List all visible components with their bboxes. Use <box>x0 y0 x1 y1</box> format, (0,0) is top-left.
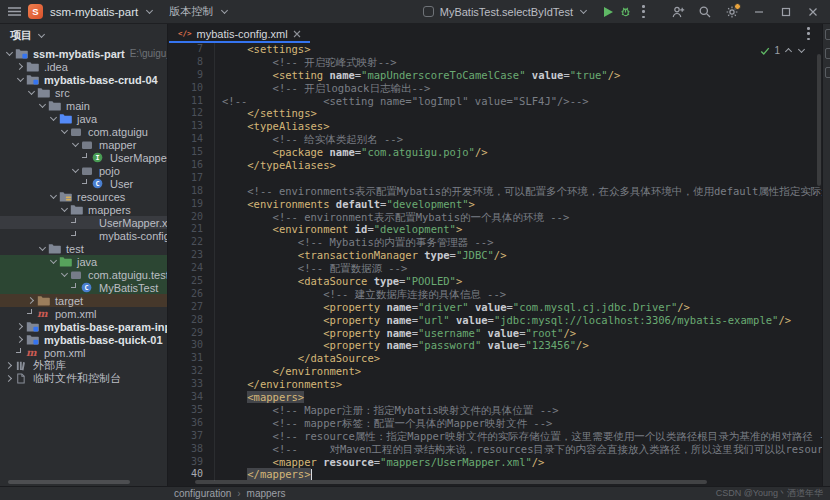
chevron-down-icon[interactable] <box>16 75 25 84</box>
tree-item-mybatis-base-quick-01[interactable]: mybatis-base-quick-01 <box>0 333 167 346</box>
chevron-down-icon[interactable] <box>38 244 47 253</box>
line-number[interactable]: 26 <box>169 288 215 301</box>
chevron-down-icon[interactable] <box>797 46 806 55</box>
tree-item-pojo[interactable]: pojo <box>0 164 167 177</box>
chevron-down-icon[interactable] <box>71 140 80 149</box>
chevron-right-icon[interactable] <box>16 322 25 331</box>
tab-mybatis-config[interactable]: </> mybatis-config.xml <box>169 24 310 43</box>
chevron-down-icon[interactable] <box>49 257 58 266</box>
chevron-down-icon[interactable] <box>49 192 58 201</box>
tree-item-com-atguigu[interactable]: com.atguigu <box>0 125 167 138</box>
code-editor[interactable]: 7 <settings>8 <!-- 开启驼峰式映射-->9 <setting … <box>169 43 822 486</box>
code-line-33[interactable]: 33 </environments> <box>169 378 822 391</box>
line-number[interactable]: 10 <box>169 82 215 95</box>
code-line-38[interactable]: 38 <!-- 对Maven工程的目录结构来说，resources目录下的内容会… <box>169 443 822 456</box>
chevron-down-icon[interactable] <box>37 31 46 40</box>
code-line-34[interactable]: 34 <mappers> <box>169 391 822 404</box>
line-number[interactable]: 8 <box>169 56 215 69</box>
chevron-right-icon[interactable] <box>5 374 14 383</box>
code-line-14[interactable]: 14 <!-- 给实体类起别名 --> <box>169 133 822 146</box>
chevron-down-icon[interactable] <box>49 114 58 123</box>
code-line-7[interactable]: 7 <settings> <box>169 43 822 56</box>
project-name-widget[interactable]: ssm-mybatis-part <box>50 6 138 18</box>
tree-item-resources[interactable]: resources <box>0 190 167 203</box>
chevron-right-icon[interactable] <box>27 296 36 305</box>
run-configuration-selector[interactable]: MyBatisTest.selectByIdTest <box>440 6 573 18</box>
line-number[interactable]: 32 <box>169 365 215 378</box>
code-line-13[interactable]: 13 <typeAliases> <box>169 120 822 133</box>
breadcrumb-item-configuration[interactable]: configuration <box>174 488 231 499</box>
tree-item-usermapper-xml[interactable]: UserMapper.xml <box>0 216 167 229</box>
chevron-down-icon[interactable] <box>71 166 80 175</box>
tree-item-ssm-mybatis-part[interactable]: ssm-mybatis-partE:\guigu_code\ssm-m <box>0 47 167 60</box>
chevron-down-icon[interactable] <box>60 205 69 214</box>
code-line-21[interactable]: 21 <environment id="development"> <box>169 223 822 236</box>
line-number[interactable]: 31 <box>169 352 215 365</box>
vcs-widget[interactable]: 版本控制 <box>169 4 213 19</box>
chevron-down-icon[interactable] <box>145 7 154 16</box>
line-number[interactable]: 28 <box>169 314 215 327</box>
code-line-31[interactable]: 31 </dataSource> <box>169 352 822 365</box>
more-actions-icon[interactable] <box>642 5 645 18</box>
code-line-30[interactable]: 30 <property name="password" value="1234… <box>169 339 822 352</box>
run-button[interactable] <box>604 7 613 17</box>
line-number[interactable]: 30 <box>169 339 215 352</box>
code-line-12[interactable]: 12 </settings> <box>169 107 822 120</box>
maven-toolwindow-icon[interactable] <box>825 48 830 59</box>
editor-vertical-scrollbar[interactable] <box>817 54 821 186</box>
line-number[interactable]: 14 <box>169 133 215 146</box>
line-number[interactable]: 33 <box>169 378 215 391</box>
tree-item-外部库[interactable]: 外部库 <box>0 359 167 372</box>
tree-item-src[interactable]: src <box>0 86 167 99</box>
line-number[interactable]: 11 <box>169 95 215 108</box>
inspections-widget[interactable]: 1 <box>760 45 806 56</box>
line-number[interactable]: 15 <box>169 146 215 159</box>
debug-button[interactable] <box>619 5 632 18</box>
tree-item-java[interactable]: java <box>0 112 167 125</box>
code-line-22[interactable]: 22 <!-- Mybatis的内置的事务管理器 --> <box>169 236 822 249</box>
tree-item-user[interactable]: CUser <box>0 177 167 190</box>
chevron-right-icon[interactable] <box>16 335 25 344</box>
code-line-8[interactable]: 8 <!-- 开启驼峰式映射--> <box>169 56 822 69</box>
close-tab-icon[interactable] <box>293 30 301 38</box>
code-line-10[interactable]: 10 <!-- 开启logback日志输出--> <box>169 82 822 95</box>
line-number[interactable]: 36 <box>169 417 215 430</box>
tree-item-mybatis-config-xml[interactable]: mybatis-config.xml <box>0 229 167 242</box>
line-number[interactable]: 34 <box>169 391 215 404</box>
code-line-32[interactable]: 32 </environment> <box>169 365 822 378</box>
tree-item-mybatistest[interactable]: CMyBatisTest <box>0 281 167 294</box>
search-everywhere-icon[interactable] <box>698 5 712 19</box>
tree-item-java[interactable]: java <box>0 255 167 268</box>
code-line-16[interactable]: 16 </typeAliases> <box>169 159 822 172</box>
line-number[interactable]: 13 <box>169 120 215 133</box>
tree-item-mybatis-base-crud-04[interactable]: mybatis-base-crud-04 <box>0 73 167 86</box>
code-line-25[interactable]: 25 <dataSource type="POOLED"> <box>169 275 822 288</box>
code-line-17[interactable]: 17 <box>169 172 822 185</box>
code-with-me-icon[interactable] <box>671 5 685 19</box>
tree-item-pom-xml[interactable]: mpom.xml <box>0 307 167 320</box>
close-window-button[interactable] <box>806 5 820 19</box>
code-line-9[interactable]: 9 <setting name="mapUnderscoreToCamelCas… <box>169 69 822 82</box>
line-number[interactable]: 39 <box>169 456 215 469</box>
code-line-11[interactable]: 11<!-- <setting name="logImpl" value="SL… <box>169 95 822 108</box>
tree-item-临时文件和控制台[interactable]: 临时文件和控制台 <box>0 372 167 385</box>
maximize-button[interactable] <box>779 5 793 19</box>
line-number[interactable]: 22 <box>169 236 215 249</box>
chevron-down-icon[interactable] <box>579 7 588 16</box>
code-line-37[interactable]: 37 <!-- resource属性：指定Mapper映射文件的实际存储位置，这… <box>169 430 822 443</box>
code-line-27[interactable]: 27 <property name="driver" value="com.my… <box>169 301 822 314</box>
tree-item-usermapper[interactable]: IUserMapper <box>0 151 167 164</box>
tab-options-icon[interactable] <box>807 27 810 40</box>
chevron-right-icon[interactable] <box>16 62 25 71</box>
tree-item-mappers[interactable]: mappers <box>0 203 167 216</box>
tree-item-mybatis-base-param-input-02[interactable]: mybatis-base-param-input-02 <box>0 320 167 333</box>
code-line-39[interactable]: 39 <mapper resource="mappers/UserMapper.… <box>169 456 822 469</box>
code-line-26[interactable]: 26 <!-- 建立数据库连接的具体信息 --> <box>169 288 822 301</box>
main-menu-icon[interactable] <box>8 7 21 16</box>
chevron-down-icon[interactable] <box>60 270 69 279</box>
code-line-29[interactable]: 29 <property name="username" value="root… <box>169 327 822 340</box>
code-line-23[interactable]: 23 <transactionManager type="JDBC"/> <box>169 249 822 262</box>
tree-item--idea[interactable]: .idea <box>0 60 167 73</box>
line-number[interactable]: 12 <box>169 107 215 120</box>
database-toolwindow-icon[interactable] <box>825 29 830 40</box>
